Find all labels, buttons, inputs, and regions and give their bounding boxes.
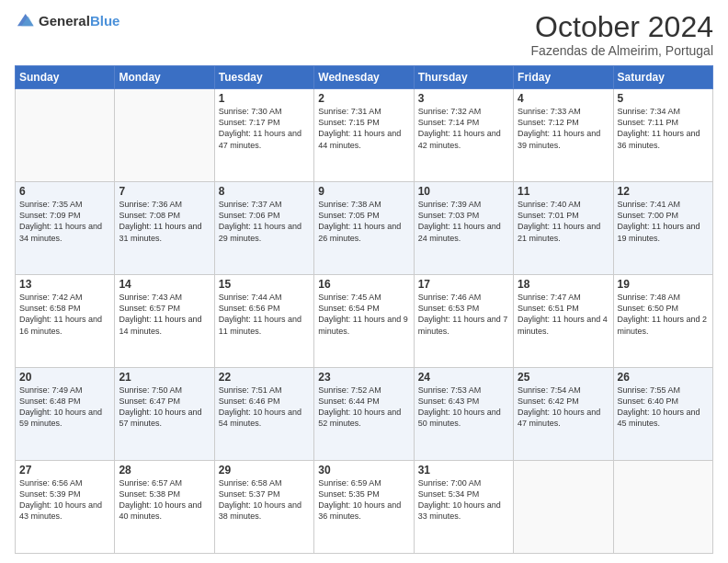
logo-text-block: GeneralBlue	[39, 13, 119, 29]
calendar-cell: 21Sunrise: 7:50 AM Sunset: 6:47 PM Dayli…	[115, 368, 214, 461]
col-thursday: Thursday	[414, 66, 513, 89]
calendar-header-row: Sunday Monday Tuesday Wednesday Thursday…	[16, 66, 713, 89]
calendar-cell: 3Sunrise: 7:32 AM Sunset: 7:14 PM Daylig…	[414, 89, 513, 182]
day-number: 28	[119, 464, 210, 477]
calendar-cell: 6Sunrise: 7:35 AM Sunset: 7:09 PM Daylig…	[16, 182, 115, 275]
calendar-cell: 4Sunrise: 7:33 AM Sunset: 7:12 PM Daylig…	[514, 89, 613, 182]
calendar-table: Sunday Monday Tuesday Wednesday Thursday…	[15, 65, 713, 554]
day-info: Sunrise: 7:49 AM Sunset: 6:48 PM Dayligh…	[19, 385, 110, 430]
calendar-cell: 12Sunrise: 7:41 AM Sunset: 7:00 PM Dayli…	[613, 182, 712, 275]
day-number: 30	[318, 464, 409, 477]
day-info: Sunrise: 7:33 AM Sunset: 7:12 PM Dayligh…	[518, 106, 609, 151]
subtitle: Fazendas de Almeirim, Portugal	[531, 43, 713, 58]
calendar-week-5: 27Sunrise: 6:56 AM Sunset: 5:39 PM Dayli…	[16, 461, 713, 554]
day-number: 22	[219, 371, 310, 384]
day-info: Sunrise: 7:40 AM Sunset: 7:01 PM Dayligh…	[518, 199, 609, 244]
calendar-cell: 16Sunrise: 7:45 AM Sunset: 6:54 PM Dayli…	[314, 275, 414, 368]
calendar-cell: 7Sunrise: 7:36 AM Sunset: 7:08 PM Daylig…	[115, 182, 214, 275]
calendar-cell: 26Sunrise: 7:55 AM Sunset: 6:40 PM Dayli…	[613, 368, 712, 461]
calendar-cell	[115, 89, 214, 182]
col-monday: Monday	[115, 66, 214, 89]
calendar-cell: 13Sunrise: 7:42 AM Sunset: 6:58 PM Dayli…	[16, 275, 115, 368]
calendar-cell: 24Sunrise: 7:53 AM Sunset: 6:43 PM Dayli…	[414, 368, 513, 461]
day-number: 29	[219, 464, 310, 477]
header: GeneralBlue October 2024 Fazendas de Alm…	[15, 11, 713, 58]
day-info: Sunrise: 7:41 AM Sunset: 7:00 PM Dayligh…	[618, 199, 709, 244]
day-info: Sunrise: 7:34 AM Sunset: 7:11 PM Dayligh…	[618, 106, 709, 151]
day-number: 13	[19, 278, 110, 291]
day-info: Sunrise: 7:31 AM Sunset: 7:15 PM Dayligh…	[318, 106, 409, 151]
calendar-cell: 2Sunrise: 7:31 AM Sunset: 7:15 PM Daylig…	[314, 89, 414, 182]
day-info: Sunrise: 7:42 AM Sunset: 6:58 PM Dayligh…	[19, 292, 110, 337]
day-info: Sunrise: 7:35 AM Sunset: 7:09 PM Dayligh…	[19, 199, 110, 244]
logo-general: General	[39, 13, 90, 29]
day-number: 26	[618, 371, 709, 384]
day-number: 23	[318, 371, 409, 384]
calendar-week-1: 1Sunrise: 7:30 AM Sunset: 7:17 PM Daylig…	[16, 89, 713, 182]
page: GeneralBlue October 2024 Fazendas de Alm…	[0, 0, 728, 563]
day-info: Sunrise: 6:56 AM Sunset: 5:39 PM Dayligh…	[19, 477, 110, 523]
calendar-cell	[16, 89, 115, 182]
title-block: October 2024 Fazendas de Almeirim, Portu…	[531, 11, 713, 58]
day-info: Sunrise: 7:51 AM Sunset: 6:46 PM Dayligh…	[219, 385, 310, 430]
col-tuesday: Tuesday	[214, 66, 313, 89]
day-info: Sunrise: 7:00 AM Sunset: 5:34 PM Dayligh…	[418, 477, 509, 523]
day-number: 24	[418, 371, 509, 384]
day-number: 6	[19, 185, 110, 198]
day-number: 5	[618, 92, 709, 105]
calendar-cell: 31Sunrise: 7:00 AM Sunset: 5:34 PM Dayli…	[414, 461, 513, 554]
calendar-cell: 28Sunrise: 6:57 AM Sunset: 5:38 PM Dayli…	[115, 461, 214, 554]
day-number: 9	[318, 185, 409, 198]
calendar-week-3: 13Sunrise: 7:42 AM Sunset: 6:58 PM Dayli…	[16, 275, 713, 368]
calendar-cell: 14Sunrise: 7:43 AM Sunset: 6:57 PM Dayli…	[115, 275, 214, 368]
calendar-cell: 25Sunrise: 7:54 AM Sunset: 6:42 PM Dayli…	[514, 368, 613, 461]
day-number: 18	[518, 278, 609, 291]
day-number: 7	[119, 185, 210, 198]
day-info: Sunrise: 6:59 AM Sunset: 5:35 PM Dayligh…	[318, 477, 409, 523]
day-number: 25	[518, 371, 609, 384]
day-number: 31	[418, 464, 509, 477]
day-info: Sunrise: 7:36 AM Sunset: 7:08 PM Dayligh…	[119, 199, 210, 244]
calendar-cell: 19Sunrise: 7:48 AM Sunset: 6:50 PM Dayli…	[613, 275, 712, 368]
day-number: 10	[418, 185, 509, 198]
calendar-week-2: 6Sunrise: 7:35 AM Sunset: 7:09 PM Daylig…	[16, 182, 713, 275]
day-info: Sunrise: 7:43 AM Sunset: 6:57 PM Dayligh…	[119, 292, 210, 337]
calendar-cell	[514, 461, 613, 554]
day-info: Sunrise: 6:57 AM Sunset: 5:38 PM Dayligh…	[119, 477, 210, 523]
day-info: Sunrise: 7:38 AM Sunset: 7:05 PM Dayligh…	[318, 199, 409, 244]
day-number: 17	[418, 278, 509, 291]
calendar-cell: 23Sunrise: 7:52 AM Sunset: 6:44 PM Dayli…	[314, 368, 414, 461]
calendar-cell: 15Sunrise: 7:44 AM Sunset: 6:56 PM Dayli…	[214, 275, 313, 368]
calendar-cell: 17Sunrise: 7:46 AM Sunset: 6:53 PM Dayli…	[414, 275, 513, 368]
col-wednesday: Wednesday	[314, 66, 414, 89]
day-info: Sunrise: 7:39 AM Sunset: 7:03 PM Dayligh…	[418, 199, 509, 244]
day-info: Sunrise: 7:44 AM Sunset: 6:56 PM Dayligh…	[219, 292, 310, 337]
day-info: Sunrise: 7:52 AM Sunset: 6:44 PM Dayligh…	[318, 385, 409, 430]
calendar-cell: 5Sunrise: 7:34 AM Sunset: 7:11 PM Daylig…	[613, 89, 712, 182]
calendar-cell	[613, 461, 712, 554]
day-number: 21	[119, 371, 210, 384]
calendar-cell: 22Sunrise: 7:51 AM Sunset: 6:46 PM Dayli…	[214, 368, 313, 461]
day-number: 15	[219, 278, 310, 291]
day-info: Sunrise: 7:53 AM Sunset: 6:43 PM Dayligh…	[418, 385, 509, 430]
calendar-cell: 30Sunrise: 6:59 AM Sunset: 5:35 PM Dayli…	[314, 461, 414, 554]
day-number: 8	[219, 185, 310, 198]
calendar-cell: 27Sunrise: 6:56 AM Sunset: 5:39 PM Dayli…	[16, 461, 115, 554]
day-info: Sunrise: 7:37 AM Sunset: 7:06 PM Dayligh…	[219, 199, 310, 244]
day-number: 11	[518, 185, 609, 198]
day-number: 2	[318, 92, 409, 105]
calendar-cell: 10Sunrise: 7:39 AM Sunset: 7:03 PM Dayli…	[414, 182, 513, 275]
calendar-cell: 11Sunrise: 7:40 AM Sunset: 7:01 PM Dayli…	[514, 182, 613, 275]
calendar-cell: 8Sunrise: 7:37 AM Sunset: 7:06 PM Daylig…	[214, 182, 313, 275]
day-number: 27	[19, 464, 110, 477]
day-info: Sunrise: 7:48 AM Sunset: 6:50 PM Dayligh…	[618, 292, 709, 337]
calendar-week-4: 20Sunrise: 7:49 AM Sunset: 6:48 PM Dayli…	[16, 368, 713, 461]
calendar-cell: 9Sunrise: 7:38 AM Sunset: 7:05 PM Daylig…	[314, 182, 414, 275]
calendar-cell: 20Sunrise: 7:49 AM Sunset: 6:48 PM Dayli…	[16, 368, 115, 461]
col-sunday: Sunday	[16, 66, 115, 89]
day-info: Sunrise: 7:45 AM Sunset: 6:54 PM Dayligh…	[318, 292, 409, 337]
day-number: 3	[418, 92, 509, 105]
day-number: 20	[19, 371, 110, 384]
day-number: 19	[618, 278, 709, 291]
col-friday: Friday	[514, 66, 613, 89]
